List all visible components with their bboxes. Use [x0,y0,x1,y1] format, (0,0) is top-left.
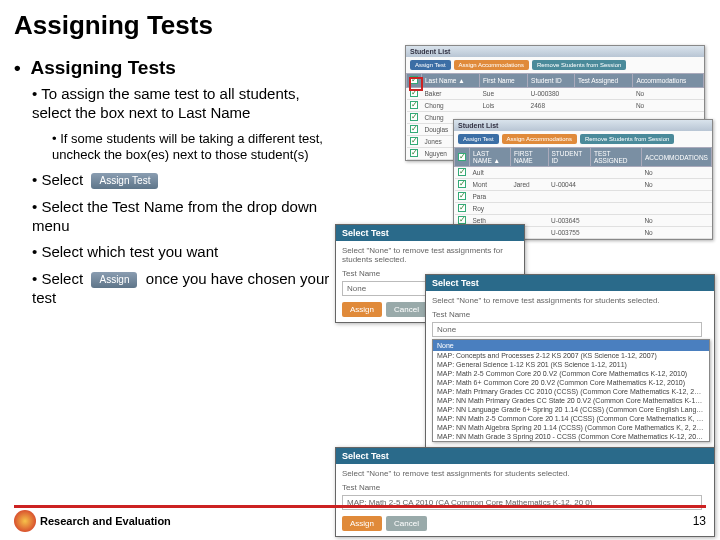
dialog-instruction: Select "None" to remove test assignments… [342,469,708,478]
student-list-panel-2: Student List Assign Test Assign Accommod… [453,119,713,240]
bullet-some-different: If some students will be taking a differ… [52,131,331,164]
dropdown-option[interactable]: MAP: NN Math 2-5 Common Core 20 1.14 (CC… [433,414,709,423]
panel-header: Student List [406,46,704,57]
table-row: Para [455,191,712,203]
test-name-value[interactable]: None [432,322,702,337]
dropdown-option[interactable]: MAP: Math Primary Grades CC 2010 (CCSS) … [433,387,709,396]
dropdown-option[interactable]: MAP: NN Math Grade 3 Spring 2010 - CCSS … [433,432,709,441]
district-logo-icon [14,510,36,532]
table-row: AultNo [455,167,712,179]
dropdown-option[interactable]: MAP: General Science 1-12 KS 201 (KS Sci… [433,360,709,369]
bullet-select-which: Select which test you want [32,243,331,262]
table-row: Roy [455,203,712,215]
assign-button-inline: Assign [91,272,137,289]
row-checkbox[interactable] [410,137,418,145]
assign-button[interactable]: Assign [342,302,382,317]
bullet-assign-same: To assign the same test to all students,… [32,85,331,123]
select-test-dialog-2: Select Test Select "None" to remove test… [425,274,715,448]
page-number: 13 [693,514,706,528]
table-row: BakerSueU-000380No [407,88,704,100]
assign-test-button[interactable]: Assign Test [410,60,451,70]
assign-test-button[interactable]: Assign Test [458,134,499,144]
row-checkbox[interactable] [458,216,466,224]
cancel-button[interactable]: Cancel [386,302,427,317]
dialog-title: Select Test [426,275,714,291]
section-heading: Assigning Tests [14,57,331,79]
test-dropdown[interactable]: NoneMAP: Concepts and Processes 2-12 KS … [432,339,710,442]
row-checkbox[interactable] [410,149,418,157]
select-all-checkbox[interactable] [458,153,466,161]
dropdown-option[interactable]: MAP: NN Math Primary Grades CC State 20 … [433,396,709,405]
footer-dept: Research and Evaluation [40,515,171,527]
dropdown-option[interactable]: MAP: Concepts and Processes 2-12 KS 2007… [433,351,709,360]
assign-test-button-inline: Assign Test [91,173,158,190]
dialog-title: Select Test [336,225,524,241]
dropdown-option[interactable]: MAP: Math 2-5 Common Core 20 0.V2 (Commo… [433,369,709,378]
bullet-select-assign-test: Select Assign Test [32,171,331,190]
dropdown-option[interactable]: MAP: Math 6+ Common Core 20 0.V2 (Common… [433,378,709,387]
dropdown-option[interactable]: None [433,340,709,351]
row-checkbox[interactable] [410,113,418,121]
highlight-box [409,77,423,91]
remove-students-button[interactable]: Remove Students from Session [532,60,626,70]
assign-accom-button[interactable]: Assign Accommodations [502,134,577,144]
text-content: Assigning Tests To assign the same test … [0,47,335,316]
row-checkbox[interactable] [458,204,466,212]
dropdown-option[interactable]: MAP: NN Math Algebra Spring 20 1.14 (CCS… [433,423,709,432]
remove-students-button[interactable]: Remove Students from Session [580,134,674,144]
row-checkbox[interactable] [458,168,466,176]
footer: Research and Evaluation 13 [14,505,706,532]
slide-title: Assigning Tests [0,0,720,47]
screenshots-area: Student List Assign Test Assign Accommod… [335,47,720,316]
dialog-title: Select Test [336,448,714,464]
test-name-label: Test Name [432,310,708,319]
row-checkbox[interactable] [410,101,418,109]
row-checkbox[interactable] [458,192,466,200]
row-checkbox[interactable] [458,180,466,188]
dialog-instruction: Select "None" to remove test assignments… [342,246,518,264]
dropdown-option[interactable]: MAP: NN Language Grade 6+ Spring 20 1.14… [433,405,709,414]
test-name-label: Test Name [342,483,708,492]
table-row: MontJaredU-00044No [455,179,712,191]
panel-header: Student List [454,120,712,131]
assign-accom-button[interactable]: Assign Accommodations [454,60,529,70]
table-row: ChongLois2468No [407,100,704,112]
bullet-select-test-name: Select the Test Name from the drop down … [32,198,331,236]
bullet-select-assign: Select Assign once you have chosen your … [32,270,331,308]
row-checkbox[interactable] [410,125,418,133]
dialog-instruction: Select "None" to remove test assignments… [432,296,708,305]
